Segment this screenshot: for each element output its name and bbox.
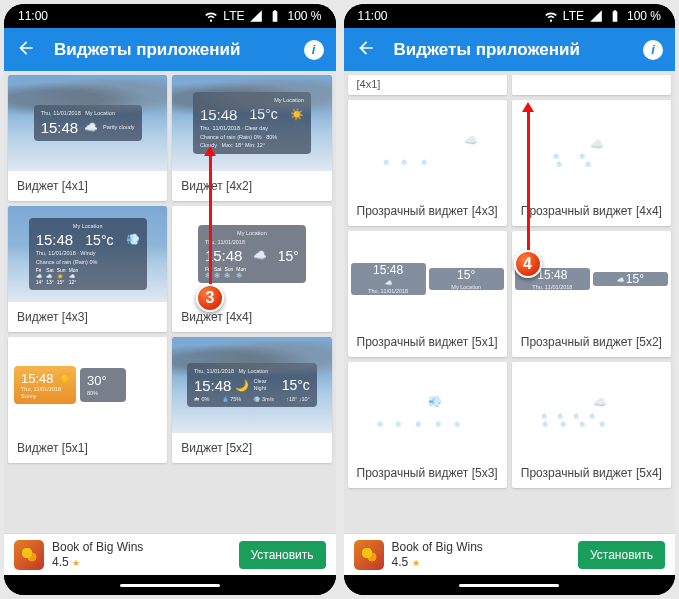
app-bar-title: Виджеты приложений [394, 40, 626, 60]
status-bar: 11:00 LTE 100 % [4, 4, 336, 28]
install-button[interactable]: Установить [578, 541, 665, 569]
widget-card[interactable]: My Location 15:4815°c💨 Thu, 11/01/2018 ·… [8, 206, 167, 332]
widget-label: Прозрачный виджет [4x4] [512, 196, 671, 226]
app-bar-title: Виджеты приложений [54, 40, 286, 60]
ad-app-icon [14, 540, 44, 570]
status-time: 11:00 [18, 9, 48, 23]
app-bar: Виджеты приложений i [344, 28, 676, 71]
battery-icon [268, 9, 282, 23]
scroll-arrow [527, 110, 530, 250]
widget-list[interactable]: Thu, 11/01/2018 My Location 15:48☁️Partl… [4, 71, 336, 533]
battery-label: 100 % [627, 9, 661, 23]
info-icon[interactable]: i [643, 40, 663, 60]
widget-card[interactable]: 15:48💨15° Thu, 11/01/2018 · Windy Fri ❄️… [348, 362, 507, 488]
status-right: LTE 100 % [204, 9, 321, 23]
status-bar: 11:00 LTE 100 % [344, 4, 676, 28]
nav-bar [4, 575, 336, 595]
ad-app-icon [354, 540, 384, 570]
widget-card[interactable]: Thu, 11/01/2018 My Location 15:48🌙Clear … [172, 337, 331, 463]
step-badge-4: 4 [514, 250, 542, 278]
ad-banner[interactable]: Book of Big Wins 4.5 ★ Установить [344, 533, 676, 575]
home-indicator[interactable] [459, 584, 559, 587]
home-indicator[interactable] [120, 584, 220, 587]
ad-text: Book of Big Wins 4.5 ★ [52, 540, 231, 569]
widget-list[interactable]: [4x1] My Location 15:48☁️ Thu, 11/01/201… [344, 71, 676, 533]
ad-banner[interactable]: Book of Big Wins 4.5 ★ Установить [4, 533, 336, 575]
scroll-arrow [209, 154, 212, 284]
widget-card[interactable]: 15:48Thu, 11/01/2018 ☁️15° Прозрачный ви… [512, 231, 671, 357]
widget-label: Прозрачный виджет [5x2] [512, 327, 671, 357]
widget-card[interactable]: 15:48☁️15° 0h ❄️3h ❄️6h ❄️9h ❄️ Fri ❄️Sa… [512, 362, 671, 488]
widget-card[interactable]: Thu, 11/01/2018 My Location 15:48☁️Partl… [8, 75, 167, 201]
install-button[interactable]: Установить [239, 541, 326, 569]
widget-label: Прозрачный виджет [5x1] [348, 327, 507, 357]
ad-text: Book of Big Wins 4.5 ★ [392, 540, 571, 569]
widget-label: Прозрачный виджет [5x4] [512, 458, 671, 488]
step-badge-3: 3 [196, 284, 224, 312]
battery-icon [608, 9, 622, 23]
battery-label: 100 % [287, 9, 321, 23]
phone-right: 11:00 LTE 100 % Виджеты приложений i [4x… [344, 4, 676, 595]
widget-label: Виджет [5x2] [172, 433, 331, 463]
signal-icon [589, 9, 603, 23]
widget-label: Прозрачный виджет [4x3] [348, 196, 507, 226]
info-icon[interactable]: i [304, 40, 324, 60]
widget-card[interactable]: 15:48☁️Thu, 11/01/2018 15°My Location Пр… [348, 231, 507, 357]
widget-card[interactable]: My Location 15:48☁️15° Fri ❄️ 14°Sat ❄️ … [512, 100, 671, 226]
signal-icon [249, 9, 263, 23]
widget-label: Виджет [4x4] [172, 302, 331, 332]
status-time: 11:00 [358, 9, 388, 23]
phone-left: 11:00 LTE 100 % Виджеты приложений i Thu… [4, 4, 336, 595]
partial-card[interactable]: [4x1] [348, 75, 507, 95]
widget-card[interactable]: 15:48☀️ Thu, 11/01/2018 Sunny 30° 80% Ви… [8, 337, 167, 463]
widget-label: Виджет [4x2] [172, 171, 331, 201]
network-label: LTE [223, 9, 244, 23]
status-right: LTE 100 % [544, 9, 661, 23]
widget-label: Виджет [4x3] [8, 302, 167, 332]
widget-label: Виджет [5x1] [8, 433, 167, 463]
widget-card[interactable]: My Location Thu, 11/01/2018 15:48☁️15° F… [172, 206, 331, 332]
widget-card[interactable]: My Location 15:4815°c☀️ Thu, 11/01/2018 … [172, 75, 331, 201]
network-label: LTE [563, 9, 584, 23]
app-bar: Виджеты приложений i [4, 28, 336, 71]
partial-card[interactable] [512, 75, 671, 95]
widget-card[interactable]: My Location 15:48☁️ Thu, 11/01/2018 Fri … [348, 100, 507, 226]
back-icon[interactable] [16, 38, 36, 62]
widget-label: Прозрачный виджет [5x3] [348, 458, 507, 488]
widget-label: Виджет [4x1] [8, 171, 167, 201]
wifi-icon [544, 9, 558, 23]
wifi-icon [204, 9, 218, 23]
back-icon[interactable] [356, 38, 376, 62]
nav-bar [344, 575, 676, 595]
